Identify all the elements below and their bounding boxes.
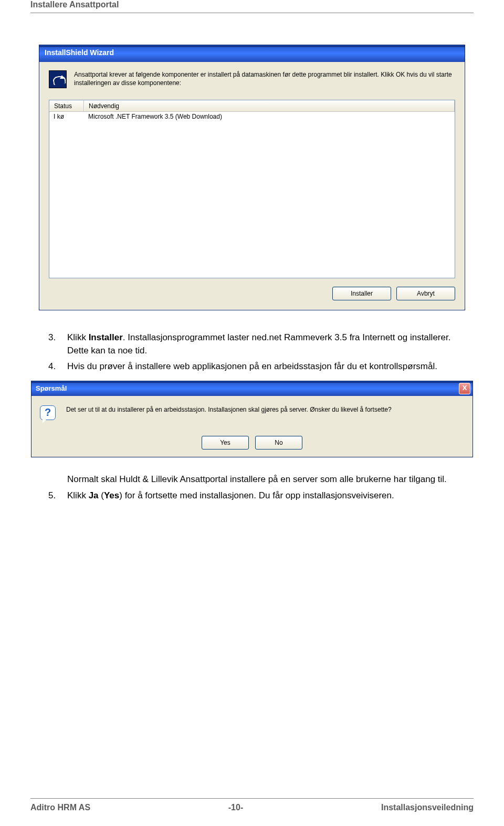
installshield-intro-text: Ansattportal krever at følgende komponen… — [74, 70, 455, 88]
step-3: 3. Klikk Installer. Installasjonsprogram… — [48, 331, 468, 357]
install-button[interactable]: Installer — [332, 287, 391, 300]
footer-left: Aditro HRM AS — [30, 803, 90, 812]
page-footer: Aditro HRM AS -10- Installasjonsveiledni… — [30, 798, 474, 812]
footer-page-number: -10- — [228, 803, 243, 812]
question-icon: ? — [40, 405, 58, 423]
step-text: Normalt skal Huldt & Lillevik Ansattport… — [67, 473, 468, 486]
close-icon[interactable]: X — [459, 383, 470, 394]
text-fragment: Klikk — [67, 490, 89, 500]
requirement-status: I kø — [49, 113, 84, 120]
question-dialog: Spørsmål X ? Det ser ut til at du instal… — [31, 381, 473, 457]
step-number: 3. — [48, 331, 67, 357]
text-bold: Ja — [89, 490, 99, 500]
column-header-status: Status — [49, 100, 84, 111]
text-fragment: . Installasjonsprogrammet laster ned.net… — [67, 332, 450, 356]
dialog-message: Det ser ut til at du installerer på en a… — [66, 405, 392, 414]
footer-right: Installasjonsveiledning — [381, 803, 474, 812]
column-header-required: Nødvendig — [84, 100, 455, 111]
text-fragment: ( — [99, 490, 104, 500]
cancel-button[interactable]: Avbryt — [396, 287, 455, 300]
post-step-4-text: Normalt skal Huldt & Lillevik Ansattport… — [48, 473, 468, 486]
step-text: Hvis du prøver å installere web applikas… — [67, 360, 468, 373]
installshield-titlebar: InstallShield Wizard — [39, 45, 465, 62]
text-bold: Installer — [89, 332, 123, 342]
step-text: Klikk Installer. Installasjonsprogrammet… — [67, 331, 468, 357]
dialog-title: Spørsmål — [36, 384, 67, 392]
installshield-icon — [49, 70, 67, 88]
requirement-row: I kø Microsoft .NET Framework 3.5 (Web D… — [49, 112, 455, 121]
installshield-window: InstallShield Wizard Ansattportal krever… — [39, 45, 465, 310]
no-button[interactable]: No — [255, 436, 302, 449]
text-fragment: Klikk — [67, 332, 89, 342]
text-fragment: ) for å fortsette med installasjonen. Du… — [119, 490, 394, 500]
step-number: 4. — [48, 360, 67, 373]
step-text: Klikk Ja (Yes) for å fortsette med insta… — [67, 489, 468, 503]
text-bold: Yes — [104, 490, 119, 500]
dialog-titlebar: Spørsmål X — [32, 381, 472, 396]
step-4: 4. Hvis du prøver å installere web appli… — [48, 360, 468, 373]
page-section-title: Installere Ansattportal — [30, 0, 474, 13]
requirement-name: Microsoft .NET Framework 3.5 (Web Downlo… — [84, 113, 455, 120]
step-number: 5. — [48, 489, 67, 503]
yes-button[interactable]: Yes — [202, 436, 249, 449]
step-5: 5. Klikk Ja (Yes) for å fortsette med in… — [48, 489, 468, 503]
requirements-list: Status Nødvendig I kø Microsoft .NET Fra… — [49, 100, 455, 278]
